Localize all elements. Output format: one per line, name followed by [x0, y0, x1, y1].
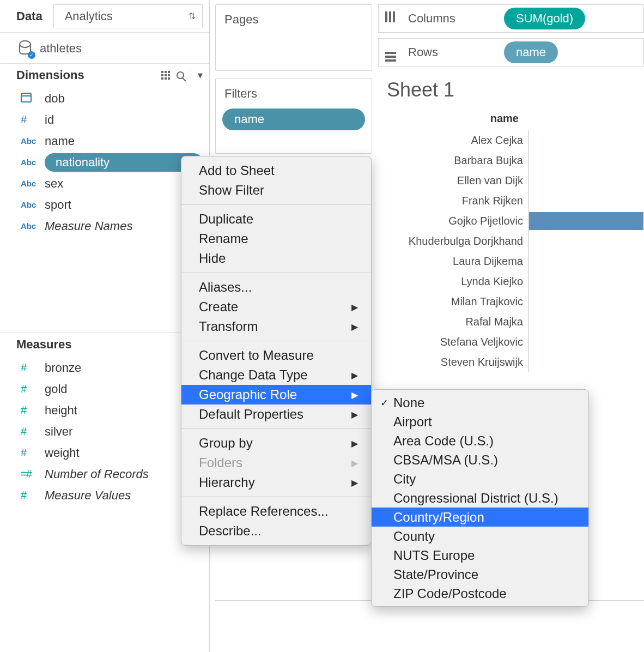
measure-silver[interactable]: #silver [0, 421, 209, 442]
measure-gold[interactable]: #gold [0, 378, 209, 400]
field-label: height [45, 403, 77, 418]
measure-height[interactable]: #height [0, 400, 209, 421]
menu-label: Replace References... [199, 504, 328, 519]
tab-data[interactable]: Data [0, 0, 53, 33]
menu-item-convert-to-measure[interactable]: Convert to Measure [181, 346, 371, 365]
submenu-label: County [393, 529, 435, 544]
menu-item-create[interactable]: Create▶ [181, 297, 371, 317]
geo-role-county[interactable]: County [372, 527, 588, 546]
dimension-sex[interactable]: Abcsex [0, 173, 209, 194]
table-row[interactable]: Laura Dijkema [387, 251, 644, 271]
table-row[interactable]: Milan Trajkovic [387, 292, 644, 312]
dimension-measure-names[interactable]: AbcMeasure Names [0, 215, 209, 237]
row-label: Rafal Majka [387, 316, 528, 328]
geo-role-airport[interactable]: Airport [372, 412, 588, 431]
submenu-label: Airport [393, 414, 432, 430]
columns-pill-sum-gold[interactable]: SUM(gold) [504, 8, 585, 29]
table-row[interactable]: Frank Rijken [387, 191, 644, 211]
hash-special-icon: =# [21, 468, 37, 480]
measure-number-of-records[interactable]: =#Number of Records [0, 463, 209, 485]
bar-cell [528, 211, 644, 231]
table-row[interactable]: Barbara Bujka [387, 150, 644, 171]
dimension-nationality[interactable]: Abcnationality [0, 152, 209, 173]
row-label: Laura Dijkema [387, 255, 528, 268]
menu-item-transform[interactable]: Transform▶ [181, 317, 371, 336]
menu-item-default-properties[interactable]: Default Properties▶ [181, 405, 371, 424]
table-row[interactable]: Steven Kruijswijk [387, 352, 644, 372]
search-icon[interactable] [177, 71, 184, 79]
menu-item-group-by[interactable]: Group by▶ [181, 433, 371, 453]
geo-role-cbsa-msa-u-s[interactable]: CBSA/MSA (U.S.) [372, 450, 588, 469]
columns-icon [385, 11, 399, 26]
measure-weight[interactable]: #weight [0, 442, 209, 463]
geo-role-congressional-district-u-s[interactable]: Congressional District (U.S.) [372, 488, 588, 508]
table-row[interactable]: Rafal Majka [387, 312, 644, 332]
menu-item-aliases[interactable]: Aliases... [181, 277, 371, 297]
dimension-id[interactable]: #id [0, 109, 209, 130]
dimension-sport[interactable]: Abcsport [0, 194, 209, 215]
submenu-arrow-icon: ▶ [351, 302, 358, 312]
measure-measure-values[interactable]: #Measure Values [0, 485, 209, 506]
geo-role-state-province[interactable]: State/Province [372, 565, 588, 584]
geo-role-none[interactable]: ✓None [372, 393, 588, 412]
menu-item-describe[interactable]: Describe... [181, 521, 371, 541]
columns-shelf[interactable]: Columns SUM(gold) [378, 4, 644, 33]
menu-item-rename[interactable]: Rename [181, 229, 371, 249]
menu-item-show-filter[interactable]: Show Filter [181, 180, 371, 200]
dimension-dob[interactable]: dob [0, 88, 209, 109]
menu-label: Aliases... [199, 280, 252, 295]
menu-label: Geographic Role [199, 387, 297, 402]
rows-shelf[interactable]: Rows name [378, 38, 644, 67]
submenu-arrow-icon: ▶ [351, 409, 358, 420]
filter-pill-name[interactable]: name [222, 108, 365, 130]
menu-item-hierarchy[interactable]: Hierarchy▶ [181, 473, 371, 492]
table-row[interactable]: Alex Cejka [387, 130, 644, 150]
menu-item-change-data-type[interactable]: Change Data Type▶ [181, 365, 371, 385]
field-label: weight [45, 446, 80, 460]
bar-cell [528, 251, 644, 271]
submenu-label: NUTS Europe [393, 548, 475, 563]
sheet-title[interactable]: Sheet 1 [387, 79, 644, 101]
row-label: Milan Trajkovic [387, 295, 528, 308]
table-row[interactable]: Stefana Veljkovic [387, 332, 644, 352]
column-header-name: name [387, 112, 644, 125]
submenu-label: None [393, 395, 424, 410]
submenu-label: Congressional District (U.S.) [393, 491, 558, 506]
filters-shelf[interactable]: Filters name [215, 79, 372, 154]
menu-item-add-to-sheet[interactable]: Add to Sheet [181, 161, 371, 180]
field-label: bronze [45, 361, 81, 375]
menu-item-replace-references[interactable]: Replace References... [181, 502, 371, 521]
view-as-icon[interactable] [161, 71, 170, 80]
geo-role-area-code-u-s[interactable]: Area Code (U.S.) [372, 431, 588, 450]
geo-role-country-region[interactable]: Country/Region [372, 508, 588, 527]
bar-cell [528, 312, 644, 332]
updown-icon: ⇅ [189, 11, 196, 21]
field-label: Measure Values [45, 488, 131, 503]
menu-label: Transform [199, 319, 258, 334]
datasource-row[interactable]: ✓ athletes [0, 33, 209, 63]
pages-shelf[interactable]: Pages [215, 4, 372, 71]
measure-bronze[interactable]: #bronze [0, 357, 209, 378]
table-row[interactable]: Ellen van Dijk [387, 171, 644, 191]
menu-item-duplicate[interactable]: Duplicate [181, 209, 371, 229]
menu-item-hide[interactable]: Hide [181, 249, 371, 268]
dimension-name[interactable]: Abcname [0, 130, 209, 152]
table-row[interactable]: Lynda Kiejko [387, 271, 644, 292]
geo-role-city[interactable]: City [372, 469, 588, 488]
check-icon: ✓ [378, 397, 390, 409]
menu-label: Hierarchy [199, 475, 255, 490]
rows-pill-name[interactable]: name [504, 41, 558, 63]
field-label: name [45, 134, 75, 148]
geo-role-nuts-europe[interactable]: NUTS Europe [372, 546, 588, 565]
geo-role-zip-code-postcode[interactable]: ZIP Code/Postcode [372, 584, 588, 603]
table-row[interactable]: Gojko Pijetlovic [387, 211, 644, 231]
field-label: dob [45, 92, 65, 106]
table-row[interactable]: Khuderbulga Dorjkhand [387, 231, 644, 251]
geographic-role-submenu: ✓NoneAirportArea Code (U.S.)CBSA/MSA (U.… [371, 389, 589, 607]
row-label: Lynda Kiejko [387, 275, 528, 288]
submenu-arrow-icon: ▶ [351, 478, 358, 488]
submenu-arrow-icon: ▶ [351, 390, 358, 400]
tab-analytics[interactable]: Analytics ⇅ [53, 4, 203, 28]
menu-item-geographic-role[interactable]: Geographic Role▶ [181, 385, 371, 405]
dropdown-caret-icon[interactable]: ▾ [198, 69, 203, 81]
